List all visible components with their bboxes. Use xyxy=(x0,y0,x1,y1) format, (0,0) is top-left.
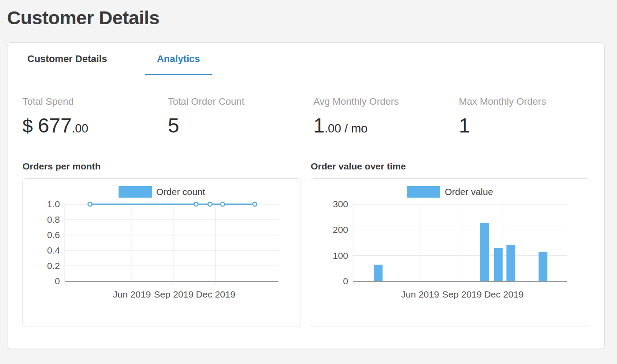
svg-text:0.6: 0.6 xyxy=(47,230,60,240)
tab-bar: Customer Details Analytics xyxy=(7,43,604,75)
stat-label: Total Spend xyxy=(22,96,168,107)
legend-label: Order value xyxy=(445,187,493,197)
svg-text:0.2: 0.2 xyxy=(47,261,60,271)
page-title: Customer Details xyxy=(0,0,617,29)
svg-text:0: 0 xyxy=(55,276,60,286)
svg-text:0.4: 0.4 xyxy=(47,245,60,255)
tab-customer-details[interactable]: Customer Details xyxy=(15,43,119,75)
stat-value: 1 xyxy=(459,115,604,141)
order-value-section: Order value over time Order value Jun 20… xyxy=(311,161,589,327)
stats-row: Total Spend $ 677.00 Total Order Count 5… xyxy=(7,75,604,141)
chart-canvas-orders-per-month[interactable]: Jun 2019Sep 2019Dec 201900.20.40.60.81.0 xyxy=(30,198,294,305)
svg-text:Jun 2019: Jun 2019 xyxy=(113,289,151,299)
svg-text:Dec 2019: Dec 2019 xyxy=(484,289,524,299)
chart-canvas-order-value[interactable]: Jun 2019Sep 2019Dec 20190100200300 xyxy=(318,198,582,305)
svg-text:200: 200 xyxy=(333,224,348,235)
stat-value: 1.00 / mo xyxy=(313,115,459,141)
svg-text:0.8: 0.8 xyxy=(47,214,60,224)
stat-value: $ 677.00 xyxy=(22,115,168,141)
svg-text:Sep 2019: Sep 2019 xyxy=(442,289,482,299)
legend-order-value: Order value xyxy=(311,186,589,198)
tab-analytics[interactable]: Analytics xyxy=(145,43,212,75)
currency-prefix: $ xyxy=(22,116,38,136)
legend-label: Order count xyxy=(156,187,205,197)
chart-card-orders-per-month: Order count Jun 2019Sep 2019Dec 201900.2… xyxy=(22,178,301,327)
chart-heading-orders-per-month: Orders per month xyxy=(22,161,301,172)
stat-avg-monthly-orders: Avg Monthly Orders 1.00 / mo xyxy=(313,96,459,141)
legend-swatch xyxy=(119,186,152,198)
svg-text:0: 0 xyxy=(343,276,348,286)
chart-heading-order-value: Order value over time xyxy=(311,161,589,172)
stat-label: Total Order Count xyxy=(168,96,313,107)
stat-max-monthly-orders: Max Monthly Orders 1 xyxy=(459,96,604,141)
stat-total-order-count: Total Order Count 5 xyxy=(168,96,313,141)
orders-per-month-section: Orders per month Order count Jun 2019Sep… xyxy=(22,161,301,327)
chart-card-order-value: Order value Jun 2019Sep 2019Dec 20190100… xyxy=(311,178,589,327)
svg-text:Jun 2019: Jun 2019 xyxy=(401,289,439,299)
svg-text:1.0: 1.0 xyxy=(47,199,60,209)
legend-order-count: Order count xyxy=(23,186,301,198)
stat-label: Avg Monthly Orders xyxy=(313,96,459,107)
svg-text:Dec 2019: Dec 2019 xyxy=(196,289,235,299)
legend-swatch xyxy=(407,186,440,198)
stat-value: 5 xyxy=(168,115,313,141)
charts-row: Orders per month Order count Jun 2019Sep… xyxy=(7,161,604,327)
stat-label: Max Monthly Orders xyxy=(459,96,604,107)
svg-text:Sep 2019: Sep 2019 xyxy=(154,289,193,299)
svg-text:300: 300 xyxy=(333,199,348,209)
stat-total-spend: Total Spend $ 677.00 xyxy=(22,96,168,141)
svg-text:100: 100 xyxy=(333,250,348,261)
customer-card: Customer Details Analytics Total Spend $… xyxy=(7,42,605,349)
